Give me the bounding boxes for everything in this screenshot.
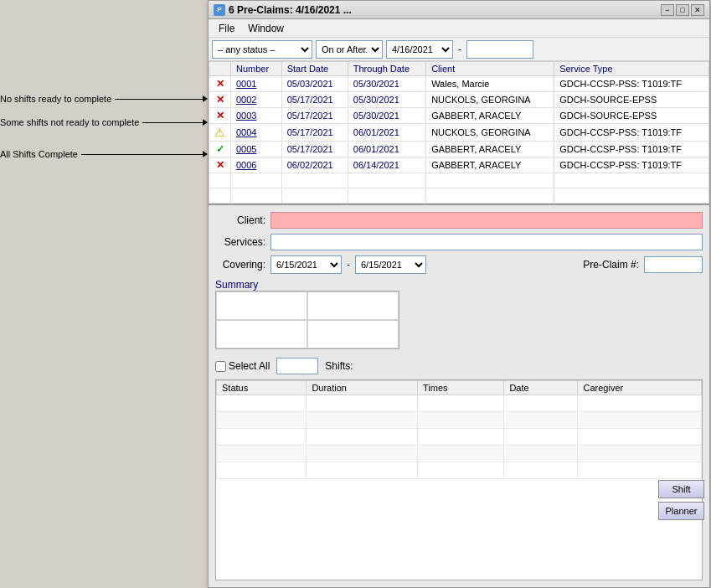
row-number[interactable]: 0001 (231, 76, 282, 92)
row-service-type: GDCH-CCSP-PSS: T1019:TF (554, 157, 709, 173)
toolbar-dash: - (456, 44, 463, 55)
covering-date2-select[interactable]: 6/15/2021 (355, 255, 426, 274)
summary-section: Summary (215, 279, 703, 349)
row-service-type: GDCH-SOURCE-EPSS (554, 92, 709, 108)
client-label: Client: (215, 214, 265, 226)
shifts-col-date: Date (504, 381, 578, 395)
shifts-label: Shifts: (325, 360, 353, 372)
row-client: GABBERT, ARACELY (426, 108, 554, 124)
close-button[interactable]: ✕ (691, 4, 704, 16)
status-filter[interactable]: – any status – (212, 40, 312, 59)
select-input[interactable] (276, 358, 318, 374)
table-row[interactable]: ✕000305/17/202105/30/2021GABBERT, ARACEL… (209, 108, 709, 124)
summary-box (215, 291, 399, 349)
covering-label: Covering: (215, 259, 265, 271)
shifts-row (217, 462, 702, 479)
row-number[interactable]: 0003 (231, 108, 282, 124)
covering-date1-select[interactable]: 6/15/2021 (270, 255, 342, 274)
col-header-client: Client (426, 62, 554, 76)
x-icon: ✕ (216, 94, 224, 106)
services-label: Services: (215, 236, 265, 248)
side-buttons: Shift Planner (658, 480, 704, 520)
col-header-status (209, 62, 231, 76)
client-row: Client: (215, 212, 703, 229)
pre-claims-table: Number Start Date Through Date Client Se… (209, 61, 709, 204)
annotation-some-shifts: Some shifts not ready to complete (0, 117, 139, 127)
services-input[interactable] (270, 234, 703, 250)
row-client: GABBERT, ARACELY (426, 142, 554, 157)
row-start-date: 05/17/2021 (281, 108, 348, 124)
title-bar: P 6 Pre-Claims: 4/16/2021 ... − □ ✕ (209, 1, 709, 19)
title-controls: − □ ✕ (661, 4, 704, 16)
covering-dash: - (347, 259, 350, 271)
row-status-icon: ✕ (209, 157, 231, 173)
main-content: Number Start Date Through Date Client Se… (209, 61, 709, 587)
shifts-col-times: Times (418, 381, 504, 395)
col-header-number: Number (231, 62, 282, 76)
table-row[interactable]: ✕000205/17/202105/30/2021NUCKOLS, GEORGI… (209, 92, 709, 108)
row-status-icon: ✕ (209, 92, 231, 108)
select-all-label: Select All (229, 360, 270, 372)
shifts-row (217, 412, 702, 429)
table-row[interactable]: ✓000505/17/202106/01/2021GABBERT, ARACEL… (209, 142, 709, 157)
col-header-service-type: Service Type (554, 62, 709, 76)
covering-row: Covering: 6/15/2021 - 6/15/2021 Pre-Clai… (215, 255, 703, 274)
row-through-date: 05/30/2021 (348, 108, 425, 124)
shifts-col-duration: Duration (307, 381, 418, 395)
table-row[interactable]: ✕000105/03/202105/30/2021Wales, MarcieGD… (209, 76, 709, 92)
row-start-date: 05/17/2021 (281, 142, 348, 157)
annotation-all-shifts: All Shifts Complete (0, 149, 78, 159)
shift-button[interactable]: Shift (658, 480, 704, 498)
row-service-type: GDCH-CCSP-PSS: T1019:TF (554, 124, 709, 142)
menu-bar: File Window (209, 19, 709, 38)
row-status-icon: ✕ (209, 108, 231, 124)
warning-icon: ⚠ (214, 126, 225, 139)
toolbar-date-input[interactable] (466, 40, 533, 59)
row-through-date: 06/01/2021 (348, 124, 425, 142)
annotations-panel: No shifts ready to complete Some shifts … (0, 75, 208, 243)
select-all-checkbox[interactable] (215, 361, 226, 372)
row-number[interactable]: 0005 (231, 142, 282, 157)
main-window: P 6 Pre-Claims: 4/16/2021 ... − □ ✕ File… (208, 0, 710, 588)
date-value-select[interactable]: 4/16/2021 (386, 40, 453, 59)
pre-claims-table-section: Number Start Date Through Date Client Se… (209, 61, 709, 205)
row-client: GABBERT, ARACELY (426, 157, 554, 173)
x-icon: ✕ (216, 78, 224, 90)
row-client: NUCKOLS, GEORGINA (426, 92, 554, 108)
summary-label: Summary (215, 279, 703, 291)
row-service-type: GDCH-CCSP-PSS: T1019:TF (554, 76, 709, 92)
client-input[interactable] (270, 212, 703, 229)
services-row: Services: (215, 234, 703, 250)
row-start-date: 05/03/2021 (281, 76, 348, 92)
restore-button[interactable]: □ (676, 4, 689, 16)
summary-cell-1 (216, 291, 307, 320)
row-service-type: GDCH-SOURCE-EPSS (554, 108, 709, 124)
row-start-date: 05/17/2021 (281, 124, 348, 142)
select-all-container: Select All (215, 360, 270, 372)
shifts-table-container[interactable]: Status Duration Times Date Caregiver (215, 379, 703, 580)
row-status-icon: ✓ (209, 142, 231, 157)
x-icon: ✕ (216, 110, 224, 121)
minimize-button[interactable]: − (661, 4, 674, 16)
row-number[interactable]: 0004 (231, 124, 282, 142)
menu-window[interactable]: Window (241, 21, 291, 36)
menu-file[interactable]: File (212, 21, 241, 36)
preclaim-input[interactable] (644, 256, 703, 273)
x-icon: ✕ (216, 159, 224, 171)
row-number[interactable]: 0006 (231, 157, 282, 173)
table-row[interactable]: ⚠000405/17/202106/01/2021NUCKOLS, GEORGI… (209, 124, 709, 142)
date-filter[interactable]: On or After... (316, 40, 383, 59)
shifts-col-status: Status (217, 381, 307, 395)
row-client: Wales, Marcie (426, 76, 554, 92)
row-through-date: 05/30/2021 (348, 92, 425, 108)
planner-button[interactable]: Planner (658, 502, 704, 520)
lower-section: Client: Services: Covering: 6/15/2021 - … (209, 205, 709, 587)
table-row-empty (209, 188, 709, 204)
table-row[interactable]: ✕000606/02/202106/14/2021GABBERT, ARACEL… (209, 157, 709, 173)
shifts-row (217, 395, 702, 412)
row-through-date: 05/30/2021 (348, 76, 425, 92)
preclaim-label: Pre-Claim #: (583, 259, 639, 271)
row-number[interactable]: 0002 (231, 92, 282, 108)
app-icon: P (214, 4, 225, 16)
row-status-icon: ⚠ (209, 124, 231, 142)
